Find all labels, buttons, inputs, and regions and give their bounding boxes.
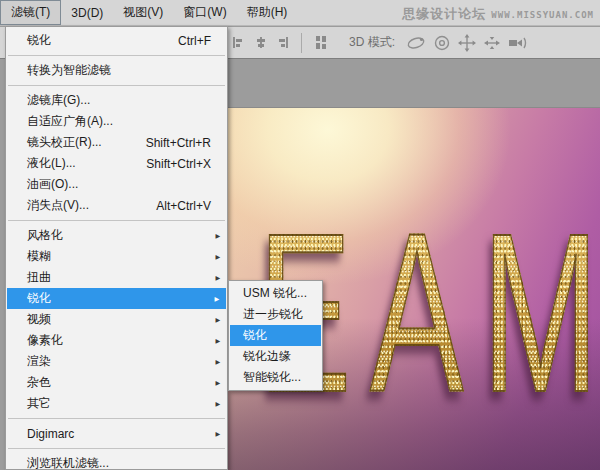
menu-item-adaptive-wide-angle[interactable]: 自适应广角(A)... bbox=[6, 111, 227, 132]
menu-item-render[interactable]: 渲染 bbox=[6, 351, 227, 372]
menu-item-convert-smart-filters[interactable]: 转换为智能滤镜 bbox=[6, 60, 227, 81]
watermark-site-name: 思缘设计论坛 bbox=[402, 5, 486, 23]
menu-item-liquify[interactable]: 液化(L)... Shift+Ctrl+X bbox=[6, 153, 227, 174]
menu-item-video[interactable]: 视频 bbox=[6, 309, 227, 330]
menubar-item-view[interactable]: 视图(V) bbox=[113, 0, 173, 25]
menu-bar: 滤镜(T) 3D(D) 视图(V) 窗口(W) 帮助(H) 思缘设计论坛 WWW… bbox=[0, 0, 600, 26]
menu-item-other[interactable]: 其它 bbox=[6, 393, 227, 414]
3d-mode-label: 3D 模式: bbox=[349, 34, 395, 51]
align-centers-icon[interactable] bbox=[253, 35, 268, 50]
watermark-url: WWW.MISSYUAN.COM bbox=[491, 10, 594, 20]
roll-3d-camera-icon[interactable] bbox=[433, 34, 451, 52]
menu-separator bbox=[8, 418, 225, 419]
menu-item-filter-gallery[interactable]: 滤镜库(G)... bbox=[6, 90, 227, 111]
menu-item-vanishing-point[interactable]: 消失点(V)... Alt+Ctrl+V bbox=[6, 195, 227, 216]
orbit-3d-camera-icon[interactable] bbox=[406, 34, 426, 52]
menu-item-stylize[interactable]: 风格化 bbox=[6, 225, 227, 246]
menu-separator bbox=[8, 448, 225, 449]
slide-3d-camera-icon[interactable] bbox=[483, 34, 501, 52]
menu-item-oil-paint[interactable]: 油画(O)... bbox=[6, 174, 227, 195]
menubar-item-filter[interactable]: 滤镜(T) bbox=[0, 0, 61, 25]
menu-separator bbox=[8, 220, 225, 221]
submenu-item-sharpen-edges[interactable]: 锐化边缘 bbox=[229, 346, 322, 367]
photoshop-window: 滤镜(T) 3D(D) 视图(V) 窗口(W) 帮助(H) 思缘设计论坛 WWW… bbox=[0, 0, 600, 470]
pan-3d-camera-icon[interactable] bbox=[458, 34, 476, 52]
menubar-item-3d[interactable]: 3D(D) bbox=[61, 0, 113, 25]
menu-separator bbox=[8, 55, 225, 56]
submenu-item-usm-sharpen[interactable]: USM 锐化... bbox=[229, 283, 322, 304]
align-left-edges-icon[interactable] bbox=[231, 35, 246, 50]
menu-item-noise[interactable]: 杂色 bbox=[6, 372, 227, 393]
menu-item-browse-filters-online[interactable]: 浏览联机滤镜... bbox=[6, 453, 227, 470]
align-right-edges-icon[interactable] bbox=[275, 35, 290, 50]
toolbar-separator bbox=[301, 33, 302, 53]
distribute-icon[interactable] bbox=[313, 35, 328, 50]
filter-menu-dropdown: 锐化 Ctrl+F 转换为智能滤镜 滤镜库(G)... 自适应广角(A)... … bbox=[5, 26, 228, 470]
submenu-item-sharpen-more[interactable]: 进一步锐化 bbox=[229, 304, 322, 325]
menu-item-sharpen[interactable]: 锐化 bbox=[7, 288, 226, 309]
watermark: 思缘设计论坛 WWW.MISSYUAN.COM bbox=[402, 5, 594, 23]
zoom-3d-camera-icon[interactable] bbox=[508, 34, 528, 52]
menu-item-pixelate[interactable]: 像素化 bbox=[6, 330, 227, 351]
menu-item-sharpen-repeat[interactable]: 锐化 Ctrl+F bbox=[6, 30, 227, 51]
menu-separator bbox=[8, 85, 225, 86]
menubar-item-help[interactable]: 帮助(H) bbox=[237, 0, 298, 25]
sharpen-submenu: USM 锐化... 进一步锐化 锐化 锐化边缘 智能锐化... bbox=[228, 280, 323, 391]
menubar-item-window[interactable]: 窗口(W) bbox=[173, 0, 236, 25]
menu-item-distort[interactable]: 扭曲 bbox=[6, 267, 227, 288]
menu-item-blur[interactable]: 模糊 bbox=[6, 246, 227, 267]
submenu-item-sharpen[interactable]: 锐化 bbox=[230, 325, 321, 346]
menu-item-digimarc[interactable]: Digimarc bbox=[6, 423, 227, 444]
submenu-item-smart-sharpen[interactable]: 智能锐化... bbox=[229, 367, 322, 388]
menu-item-lens-correction[interactable]: 镜头校正(R)... Shift+Ctrl+R bbox=[6, 132, 227, 153]
